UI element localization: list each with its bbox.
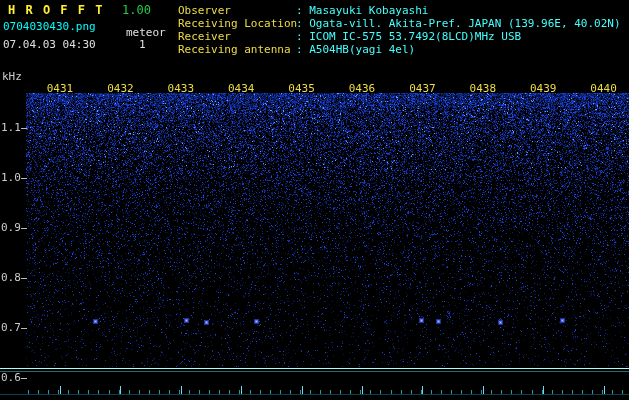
freq-label-0.9: 0.9	[1, 221, 21, 234]
tick-10s	[521, 390, 522, 394]
tick-10s	[129, 390, 130, 394]
time-label-0435: 0435	[288, 82, 315, 95]
freq-label-0.7: 0.7	[1, 321, 21, 334]
info-label: Observer	[178, 4, 296, 17]
freq-tick	[21, 128, 27, 129]
tick-10s	[340, 390, 341, 394]
tick-10s	[310, 390, 311, 394]
tick-10s	[441, 390, 442, 394]
freq-label-0.6: 0.6	[1, 371, 21, 384]
tick-10s	[532, 390, 533, 394]
tick-10s	[592, 390, 593, 394]
tick-minute	[241, 386, 242, 394]
tick-10s	[572, 390, 573, 394]
tick-10s	[199, 390, 200, 394]
tick-10s	[622, 390, 623, 394]
tick-10s	[431, 390, 432, 394]
hrofft-window: H R O F F T 1.00 0704030430.png meteor 1…	[0, 0, 629, 400]
tick-minute	[604, 386, 605, 394]
freq-label-0.8: 0.8	[1, 271, 21, 284]
tick-10s	[491, 390, 492, 394]
tick-10s	[380, 390, 381, 394]
tick-10s	[330, 390, 331, 394]
info-label: Receiving Location	[178, 17, 296, 30]
info-row-3: Receiving antenna: A504HB(yagi 4el)	[178, 43, 621, 56]
info-row-1: Receiving Location: Ogata-vill. Akita-Pr…	[178, 17, 621, 30]
mode-label: meteor	[126, 26, 166, 39]
tick-10s	[260, 390, 261, 394]
tick-minute	[120, 386, 121, 394]
tick-10s	[209, 390, 210, 394]
tick-10s	[78, 390, 79, 394]
tick-10s	[471, 390, 472, 394]
info-value: : Ogata-vill. Akita-Pref. JAPAN (139.96E…	[296, 17, 621, 30]
band-separator-top	[0, 368, 629, 369]
output-filename: 0704030430.png	[3, 20, 96, 33]
info-label: Receiver	[178, 30, 296, 43]
time-label-0437: 0437	[409, 82, 436, 95]
meteor-count: 1	[139, 38, 146, 51]
tick-10s	[98, 390, 99, 394]
freq-unit-label: kHz	[2, 70, 22, 83]
tick-10s	[370, 390, 371, 394]
spectrogram-canvas	[0, 0, 629, 400]
tick-minute	[60, 386, 61, 394]
freq-tick	[21, 228, 27, 229]
time-label-0431: 0431	[47, 82, 74, 95]
freq-label-1.1: 1.1	[1, 121, 21, 134]
tick-minute	[543, 386, 544, 394]
time-label-0436: 0436	[349, 82, 376, 95]
tick-10s	[582, 390, 583, 394]
tick-10s	[109, 390, 110, 394]
tick-minute	[302, 386, 303, 394]
tick-10s	[461, 390, 462, 394]
tick-10s	[552, 390, 553, 394]
tick-10s	[320, 390, 321, 394]
time-label-0438: 0438	[470, 82, 497, 95]
app-version: 1.00	[122, 3, 151, 17]
tick-10s	[38, 390, 39, 394]
tick-10s	[411, 390, 412, 394]
info-value: : Masayuki Kobayashi	[296, 4, 428, 17]
freq-tick	[21, 328, 27, 329]
info-label: Receiving antenna	[178, 43, 296, 56]
tick-10s	[219, 390, 220, 394]
freq-label-1.0: 1.0	[1, 171, 21, 184]
tick-minute	[483, 386, 484, 394]
tick-10s	[612, 390, 613, 394]
tick-10s	[229, 390, 230, 394]
info-row-0: Observer: Masayuki Kobayashi	[178, 4, 621, 17]
tick-minute	[422, 386, 423, 394]
tick-10s	[48, 390, 49, 394]
tick-10s	[391, 390, 392, 394]
tick-10s	[159, 390, 160, 394]
band-separator-bottom	[0, 371, 629, 372]
tick-10s	[169, 390, 170, 394]
tick-10s	[501, 390, 502, 394]
time-label-0433: 0433	[168, 82, 195, 95]
time-axis-baseline	[0, 394, 629, 395]
tick-10s	[139, 390, 140, 394]
time-label-0440: 0440	[590, 82, 617, 95]
info-value: : ICOM IC-575 53.7492(8LCD)MHz USB	[296, 30, 521, 43]
session-datetime: 07.04.03 04:30	[3, 38, 96, 51]
info-value: : A504HB(yagi 4el)	[296, 43, 415, 56]
time-label-0432: 0432	[107, 82, 134, 95]
tick-10s	[88, 390, 89, 394]
tick-10s	[189, 390, 190, 394]
info-row-2: Receiver: ICOM IC-575 53.7492(8LCD)MHz U…	[178, 30, 621, 43]
info-panel: Observer: Masayuki KobayashiReceiving Lo…	[178, 4, 621, 56]
tick-10s	[68, 390, 69, 394]
tick-10s	[28, 390, 29, 394]
tick-minute	[181, 386, 182, 394]
tick-10s	[511, 390, 512, 394]
time-label-0439: 0439	[530, 82, 557, 95]
tick-10s	[149, 390, 150, 394]
tick-10s	[451, 390, 452, 394]
tick-10s	[280, 390, 281, 394]
tick-10s	[401, 390, 402, 394]
tick-minute	[362, 386, 363, 394]
tick-10s	[350, 390, 351, 394]
freq-tick	[21, 278, 27, 279]
freq-tick	[21, 178, 27, 179]
